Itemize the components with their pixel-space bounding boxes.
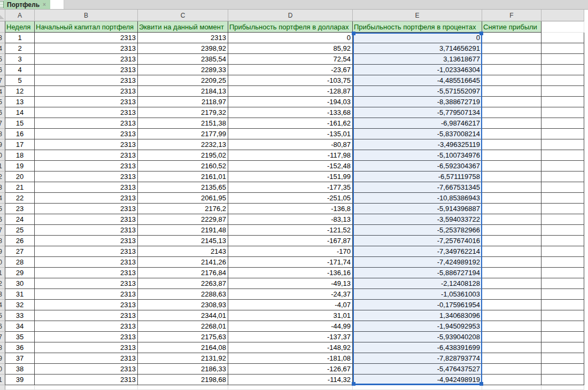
- empty-cell[interactable]: [541, 225, 584, 236]
- week-cell[interactable]: 29: [5, 268, 35, 278]
- withdrawal-cell[interactable]: [482, 278, 541, 289]
- withdrawal-cell[interactable]: [482, 268, 541, 278]
- initial-capital-cell[interactable]: 2313: [35, 139, 138, 150]
- empty-cell[interactable]: [541, 257, 584, 268]
- week-cell[interactable]: 35: [5, 332, 35, 342]
- column-header-c[interactable]: C: [138, 10, 228, 21]
- empty-cell[interactable]: [541, 65, 584, 75]
- withdrawal-cell[interactable]: [482, 236, 541, 246]
- profit-pct-cell[interactable]: -7,828793774: [353, 353, 482, 364]
- empty-cell[interactable]: [482, 385, 541, 390]
- profit-pct-cell[interactable]: -10,85386943: [353, 193, 482, 204]
- empty-cell[interactable]: [541, 332, 584, 342]
- profit-usd-cell[interactable]: -167,87: [228, 236, 353, 246]
- profit-pct-cell[interactable]: -6,592304367: [353, 161, 482, 171]
- header-initial-capital[interactable]: Начальный капитал портфеля: [35, 21, 138, 33]
- profit-usd-cell[interactable]: 0: [228, 33, 353, 43]
- row-number-cell[interactable]: 21: [0, 161, 5, 171]
- equity-cell[interactable]: 2145,13: [138, 236, 228, 246]
- initial-capital-cell[interactable]: 2313: [35, 300, 138, 310]
- equity-cell[interactable]: 2186,33: [138, 364, 228, 375]
- header-week[interactable]: Неделя: [5, 21, 35, 33]
- week-cell[interactable]: 13: [5, 97, 35, 107]
- profit-pct-cell[interactable]: -1,05361003: [353, 289, 482, 300]
- equity-cell[interactable]: 2151,38: [138, 118, 228, 129]
- week-cell[interactable]: 12: [5, 86, 35, 97]
- select-all-corner[interactable]: [0, 10, 5, 21]
- empty-cell[interactable]: [541, 214, 584, 225]
- profit-pct-cell[interactable]: -6,438391699: [353, 342, 482, 353]
- empty-cell[interactable]: [541, 21, 584, 33]
- profit-pct-cell[interactable]: -8,388672719: [353, 97, 482, 107]
- equity-cell[interactable]: 2177,99: [138, 129, 228, 139]
- row-number-cell[interactable]: 14: [0, 86, 5, 97]
- week-cell[interactable]: 36: [5, 342, 35, 353]
- empty-cell[interactable]: [541, 268, 584, 278]
- initial-capital-cell[interactable]: 2313: [35, 54, 138, 65]
- week-cell[interactable]: 20: [5, 171, 35, 182]
- profit-pct-cell[interactable]: -5,914396887: [353, 204, 482, 214]
- equity-cell[interactable]: 2143: [138, 246, 228, 257]
- withdrawal-cell[interactable]: [482, 65, 541, 75]
- initial-capital-cell[interactable]: 2313: [35, 43, 138, 54]
- profit-pct-cell[interactable]: -1,023346304: [353, 65, 482, 75]
- equity-cell[interactable]: 2385,54: [138, 54, 228, 65]
- empty-cell[interactable]: [541, 321, 584, 332]
- column-header-d[interactable]: D: [228, 10, 353, 21]
- empty-cell[interactable]: [541, 300, 584, 310]
- withdrawal-cell[interactable]: [482, 86, 541, 97]
- empty-cell[interactable]: [541, 75, 584, 86]
- withdrawal-cell[interactable]: [482, 43, 541, 54]
- profit-usd-cell[interactable]: -181,08: [228, 353, 353, 364]
- row-number-cell[interactable]: 28: [0, 236, 5, 246]
- empty-cell[interactable]: [541, 193, 584, 204]
- initial-capital-cell[interactable]: 2313: [35, 193, 138, 204]
- equity-cell[interactable]: 2164,08: [138, 342, 228, 353]
- equity-cell[interactable]: 2209,25: [138, 75, 228, 86]
- withdrawal-cell[interactable]: [482, 310, 541, 321]
- withdrawal-cell[interactable]: [482, 225, 541, 236]
- equity-cell[interactable]: 2289,33: [138, 65, 228, 75]
- row-number-cell[interactable]: 5: [0, 54, 5, 65]
- empty-cell[interactable]: [35, 385, 138, 390]
- header-withdrawal[interactable]: Снятие прибыли: [482, 21, 541, 33]
- equity-cell[interactable]: 2176,2: [138, 204, 228, 214]
- week-cell[interactable]: 32: [5, 300, 35, 310]
- initial-capital-cell[interactable]: 2313: [35, 332, 138, 342]
- empty-cell[interactable]: [5, 385, 35, 390]
- empty-cell[interactable]: [541, 171, 584, 182]
- profit-usd-cell[interactable]: -44,99: [228, 321, 353, 332]
- row-number-cell[interactable]: 34: [0, 300, 5, 310]
- profit-pct-cell[interactable]: -4,485516645: [353, 75, 482, 86]
- profit-pct-cell[interactable]: -2,12408128: [353, 278, 482, 289]
- profit-pct-cell[interactable]: 0: [353, 33, 482, 43]
- week-cell[interactable]: 27: [5, 246, 35, 257]
- profit-usd-cell[interactable]: -151,99: [228, 171, 353, 182]
- row-number-cell[interactable]: 17: [0, 118, 5, 129]
- tab-blank[interactable]: [50, 0, 64, 9]
- withdrawal-cell[interactable]: [482, 139, 541, 150]
- initial-capital-cell[interactable]: 2313: [35, 289, 138, 300]
- initial-capital-cell[interactable]: 2313: [35, 161, 138, 171]
- header-equity[interactable]: Эквити на данный момент: [138, 21, 228, 33]
- week-cell[interactable]: 19: [5, 161, 35, 171]
- empty-cell[interactable]: [228, 385, 353, 390]
- profit-pct-cell[interactable]: 3,714656291: [353, 43, 482, 54]
- initial-capital-cell[interactable]: 2313: [35, 97, 138, 107]
- initial-capital-cell[interactable]: 2313: [35, 342, 138, 353]
- profit-usd-cell[interactable]: -133,68: [228, 107, 353, 118]
- initial-capital-cell[interactable]: 2313: [35, 236, 138, 246]
- withdrawal-cell[interactable]: [482, 257, 541, 268]
- week-cell[interactable]: 15: [5, 118, 35, 129]
- profit-pct-cell[interactable]: -5,939040208: [353, 332, 482, 342]
- row-number-cell[interactable]: 40: [0, 364, 5, 375]
- equity-cell[interactable]: 2313: [138, 33, 228, 43]
- initial-capital-cell[interactable]: 2313: [35, 182, 138, 193]
- week-cell[interactable]: 26: [5, 236, 35, 246]
- row-number-cell[interactable]: [0, 385, 5, 390]
- equity-cell[interactable]: 2160,52: [138, 161, 228, 171]
- withdrawal-cell[interactable]: [482, 97, 541, 107]
- row-number-cell[interactable]: 22: [0, 171, 5, 182]
- equity-cell[interactable]: 2308,93: [138, 300, 228, 310]
- profit-pct-cell[interactable]: -1,945092953: [353, 321, 482, 332]
